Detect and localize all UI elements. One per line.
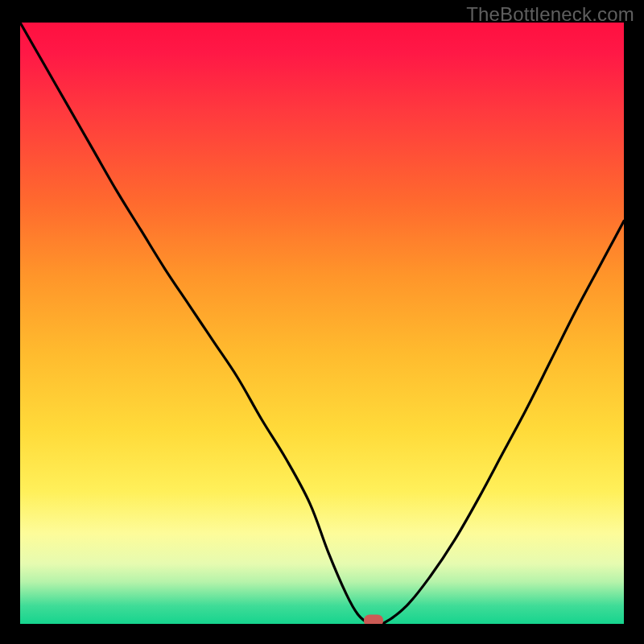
watermark-text: TheBottleneck.com xyxy=(466,3,634,26)
chart-frame: TheBottleneck.com xyxy=(0,0,644,644)
optimum-marker xyxy=(364,614,383,624)
plot-area xyxy=(20,23,624,624)
bottleneck-curve xyxy=(20,23,624,624)
